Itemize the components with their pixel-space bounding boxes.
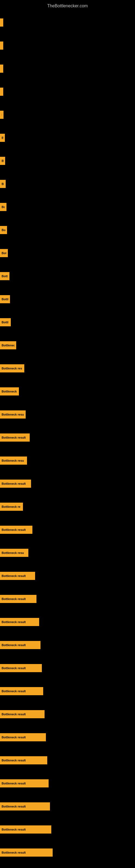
- bar-label: E: [2, 113, 2, 116]
- bar: Bot: [0, 249, 8, 257]
- bar-label: B: [2, 182, 4, 186]
- bar: Bottleneck result: [0, 802, 50, 810]
- bar-label: Bottl: [2, 298, 8, 301]
- bar: B: [0, 88, 3, 96]
- bar-label: Bottleneck result: [2, 666, 26, 670]
- bar-row: Bottleneck resu: [0, 403, 135, 426]
- bar: E: [0, 65, 3, 73]
- bar: Bottl: [0, 318, 11, 326]
- bar-label: Bottleneck result: [2, 851, 26, 854]
- bar-label: Bottleneck result: [2, 643, 26, 647]
- bar-label: Bottleneck result: [2, 736, 26, 739]
- bar-row: Bo: [0, 218, 135, 241]
- bar: Bottleneck resu: [0, 410, 26, 418]
- bar-label: Bottleneck result: [2, 782, 26, 785]
- bar-label: Bottleneck resu: [2, 459, 24, 462]
- bar-row: Bottleneck result: [0, 703, 135, 725]
- bar-row: Bottl: [0, 287, 135, 311]
- bar: Bo: [0, 134, 5, 142]
- bar-row: Bottleneck result: [0, 725, 135, 749]
- bar: Bottleneck result: [0, 595, 37, 603]
- bar: Bottleneck result: [0, 641, 41, 649]
- bar: Bottleneck resu: [0, 549, 28, 557]
- bar-label: Bottl: [2, 321, 8, 324]
- bar-row: B: [0, 172, 135, 195]
- bar: Bottleneck res: [0, 364, 24, 372]
- bar-row: Bottleneck resu: [0, 449, 135, 472]
- bar: B: [0, 157, 5, 165]
- bar: Bottleneck resu: [0, 457, 27, 465]
- bar-label: Bottleneck result: [2, 828, 26, 831]
- bar-label: Bottleneck resu: [2, 413, 24, 416]
- bar-row: Bottleneck re: [0, 495, 135, 518]
- bar-row: Bottleneck result: [0, 795, 135, 818]
- bar-row: Bottleneck result: [0, 426, 135, 449]
- bar: Bottleneck re: [0, 503, 23, 511]
- bar: Bottleneck result: [0, 572, 35, 580]
- bar-label: Bottleneck result: [2, 528, 26, 531]
- bar-row: Bottlenec: [0, 334, 135, 357]
- bar-row: Bot: [0, 241, 135, 265]
- bar-row: Bottleneck result: [0, 587, 135, 610]
- bar-row: Bottl: [0, 265, 135, 287]
- bar: Bottleneck result: [0, 618, 39, 626]
- bar-label: Bottleneck result: [2, 482, 26, 485]
- bar: B: [0, 180, 6, 188]
- bar: Bottleneck result: [0, 848, 53, 857]
- bar-label: Bottleneck result: [2, 759, 26, 762]
- bar-row: Bottleneck result: [0, 864, 135, 868]
- bar: Bottleneck result: [0, 710, 45, 718]
- bar-row: E: [0, 103, 135, 126]
- bar-label: B: [2, 159, 3, 162]
- bars-container: IFEBEBoBBBoBoBotBottlBottlBottlBottlenec…: [0, 11, 135, 868]
- site-title: TheBottlenecker.com: [0, 1, 135, 10]
- bar-label: Bottlenec: [2, 344, 14, 347]
- bar: Bottleneck result: [0, 433, 30, 442]
- bar-row: Bottleneck result: [0, 680, 135, 703]
- bar: Bottleneck: [0, 388, 19, 396]
- bar: I: [0, 19, 3, 27]
- bar-row: Bottleneck: [0, 380, 135, 403]
- bar-label: Bot: [2, 251, 6, 255]
- bar-label: Bottleneck res: [2, 367, 22, 370]
- bar: E: [0, 111, 3, 119]
- bar-row: Bottleneck result: [0, 472, 135, 495]
- bar-label: Bottleneck resu: [2, 551, 24, 554]
- bar-row: B: [0, 80, 135, 103]
- bar-label: Bottleneck result: [2, 620, 26, 624]
- bar-row: Bottleneck result: [0, 818, 135, 841]
- bar-row: Bottl: [0, 311, 135, 334]
- bar-row: Bottleneck result: [0, 656, 135, 680]
- bar: Bottleneck result: [0, 733, 46, 741]
- bar: Bottl: [0, 272, 9, 280]
- bar-label: Bottleneck result: [2, 689, 26, 693]
- bar-label: Bottleneck result: [2, 574, 26, 578]
- bar: Bottleneck result: [0, 756, 47, 764]
- bar-label: Bo: [2, 136, 3, 140]
- bar: Bottleneck result: [0, 826, 51, 834]
- bar: Bottleneck result: [0, 664, 42, 672]
- bar: Bottl: [0, 295, 10, 303]
- bar: Bo: [0, 226, 7, 234]
- bar-row: E: [0, 57, 135, 80]
- bar-row: Bottleneck result: [0, 772, 135, 795]
- bar: Bottleneck result: [0, 779, 49, 787]
- bar: Bottleneck result: [0, 526, 32, 534]
- bar-row: I: [0, 11, 135, 34]
- bar-row: B: [0, 149, 135, 172]
- bar-row: Bottleneck result: [0, 564, 135, 587]
- bar-row: Bottleneck result: [0, 610, 135, 633]
- bar-row: Bo: [0, 195, 135, 218]
- bar-row: Bottleneck result: [0, 841, 135, 864]
- bar-row: Bottleneck result: [0, 749, 135, 772]
- bar-label: Bottleneck result: [2, 713, 26, 716]
- bar-row: Bottleneck resu: [0, 541, 135, 564]
- bar-row: Bottleneck res: [0, 357, 135, 380]
- bar-label: Bo: [2, 205, 5, 209]
- bar-row: Bottleneck result: [0, 633, 135, 656]
- bar: Bottlenec: [0, 341, 16, 349]
- bar-label: Bottleneck result: [2, 805, 26, 808]
- bar-label: Bottl: [2, 275, 8, 278]
- bar-row: Bo: [0, 126, 135, 149]
- bar-row: Bottleneck result: [0, 518, 135, 541]
